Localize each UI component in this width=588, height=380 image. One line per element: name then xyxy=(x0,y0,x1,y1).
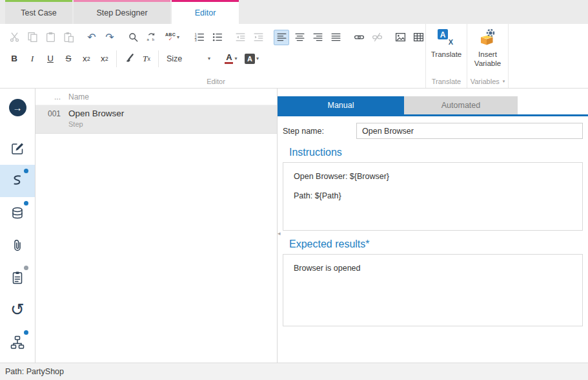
translate-button[interactable]: AX Translate xyxy=(431,26,462,59)
font-color-icon: A xyxy=(225,53,233,64)
svg-text:X: X xyxy=(449,38,454,46)
detail-tab-bar: Manual Automated xyxy=(278,96,588,114)
fill-color-icon: A xyxy=(245,54,255,64)
collapse-panel-handle[interactable]: ◂ xyxy=(278,226,283,241)
font-size-dropdown[interactable]: Size▾ xyxy=(163,51,214,67)
tab-editor[interactable]: Editor xyxy=(172,0,239,24)
sidebar-item-test-steps[interactable] xyxy=(0,165,35,197)
go-to-arrow-icon: → xyxy=(9,99,26,116)
sidebar-item-edit[interactable] xyxy=(0,132,35,165)
step-detail-panel: ◂ Manual Automated Step name: Instructio… xyxy=(278,89,588,363)
redo-icon[interactable]: ↷ xyxy=(102,30,117,45)
instructions-editor[interactable]: Open Browser: ${Browser} Path: ${Path} xyxy=(283,162,583,231)
editor-ribbon: ↶ ↷ ab ABC✓ ▾ 123 xyxy=(0,24,588,89)
cut-icon[interactable] xyxy=(6,30,22,45)
clear-formatting-icon[interactable]: Tx xyxy=(139,51,154,67)
spellcheck-glyph: ABC✓ xyxy=(165,32,176,41)
align-center-icon[interactable] xyxy=(292,30,307,45)
path-text: Path: PartyShop xyxy=(5,367,64,376)
variables-group-label[interactable]: Variables▾ xyxy=(467,75,508,88)
step-type-text: Step xyxy=(68,120,124,128)
numbered-list-icon[interactable]: 123 xyxy=(191,30,207,45)
italic-icon[interactable]: I xyxy=(25,51,40,67)
expected-results-editor[interactable]: Browser is opened xyxy=(283,254,583,326)
notification-dot xyxy=(24,330,28,335)
chevron-down-icon: ▾ xyxy=(177,34,179,40)
edit-icon xyxy=(10,141,25,156)
sidebar-item-test-data[interactable] xyxy=(0,197,35,229)
translate-group: AX Translate Translate xyxy=(426,24,467,88)
test-steps-icon xyxy=(10,173,25,189)
tab-underline xyxy=(278,114,588,116)
clipboard-check-icon xyxy=(10,270,25,286)
ribbon-row-1: ↶ ↷ ab ABC✓ ▾ 123 xyxy=(6,26,425,48)
main-area: → ↺ xyxy=(0,89,588,363)
svg-text:3: 3 xyxy=(194,38,196,42)
database-icon xyxy=(10,206,25,221)
ribbon-empty-area xyxy=(509,24,588,88)
bullet-list-icon[interactable] xyxy=(209,30,225,45)
undo-icon[interactable]: ↶ xyxy=(84,30,99,45)
increase-indent-icon[interactable] xyxy=(250,30,266,45)
notification-dot xyxy=(24,169,28,173)
insert-variable-button[interactable]: Insert Variable xyxy=(471,26,505,69)
spellcheck-icon[interactable]: ABC✓ ▾ xyxy=(161,30,183,45)
chevron-down-icon: ▾ xyxy=(503,79,505,84)
underline-icon[interactable]: U xyxy=(43,51,58,67)
step-index: 001 xyxy=(35,105,65,133)
font-color-button[interactable]: A▾ xyxy=(223,51,239,67)
step-list-row[interactable]: 001 Open Browser Step xyxy=(35,105,277,134)
fill-color-button[interactable]: A▾ xyxy=(244,51,259,67)
replace-icon[interactable]: ab xyxy=(143,30,159,45)
tab-automated[interactable]: Automated xyxy=(404,96,518,114)
separator xyxy=(116,50,117,67)
remove-link-icon[interactable] xyxy=(369,30,385,45)
application-window: Test Case Step Designer Editor ↶ ↷ ab AB… xyxy=(0,0,588,380)
step-name-input[interactable] xyxy=(356,123,583,139)
variables-group: Insert Variable Variables▾ xyxy=(467,24,509,88)
hierarchy-icon xyxy=(10,335,25,350)
paperclip-icon xyxy=(10,238,25,253)
align-right-icon[interactable] xyxy=(310,30,325,45)
paste-special-icon[interactable] xyxy=(61,30,76,45)
svg-text:a: a xyxy=(147,37,149,41)
tab-step-designer[interactable]: Step Designer xyxy=(74,0,170,24)
subscript-icon[interactable]: x2 xyxy=(79,51,94,67)
insert-link-icon[interactable] xyxy=(351,30,367,45)
search-icon[interactable] xyxy=(125,30,141,45)
ribbon-row-2: B I U S x2 x2 Tx Size▾ A▾ A▾ xyxy=(6,48,425,69)
align-left-icon[interactable] xyxy=(274,30,289,45)
expected-results-heading: Expected results* xyxy=(289,238,588,250)
format-painter-icon[interactable] xyxy=(121,51,136,67)
bold-icon[interactable]: B xyxy=(6,51,22,67)
instructions-line: Path: ${Path} xyxy=(294,191,572,200)
expected-results-line: Browser is opened xyxy=(294,264,572,273)
translate-group-label: Translate xyxy=(426,75,467,88)
step-name-row: Step name: xyxy=(283,123,583,139)
steps-list-header: ... Name xyxy=(35,89,277,105)
steps-list-panel: ... Name 001 Open Browser Step xyxy=(35,89,278,363)
superscript-icon[interactable]: x2 xyxy=(97,51,112,67)
instructions-line: Open Browser: ${Browser} xyxy=(294,172,572,181)
paste-icon[interactable] xyxy=(43,30,58,45)
chevron-down-icon: ▾ xyxy=(234,56,237,61)
left-icon-sidebar: → ↺ xyxy=(0,89,35,363)
step-name-text: Open Browser xyxy=(68,109,124,118)
sidebar-item-hierarchy[interactable] xyxy=(0,326,35,359)
history-icon: ↺ xyxy=(10,301,25,318)
copy-icon[interactable] xyxy=(25,30,40,45)
strikethrough-icon[interactable]: S xyxy=(61,51,76,67)
insert-image-icon[interactable] xyxy=(392,30,408,45)
insert-table-icon[interactable] xyxy=(411,30,426,45)
sidebar-item-checklist[interactable] xyxy=(0,262,35,294)
tab-test-case[interactable]: Test Case xyxy=(5,0,72,24)
decrease-indent-icon[interactable] xyxy=(232,30,248,45)
status-bar: Path: PartyShop xyxy=(0,363,588,380)
align-justify-icon[interactable] xyxy=(328,30,343,45)
insert-variable-icon xyxy=(478,28,498,49)
sidebar-item-go-to[interactable]: → xyxy=(0,91,35,123)
tab-manual[interactable]: Manual xyxy=(278,96,404,114)
sidebar-item-attachments[interactable] xyxy=(0,229,35,262)
chevron-down-icon: ▾ xyxy=(256,56,259,61)
sidebar-item-history[interactable]: ↺ xyxy=(0,294,35,326)
